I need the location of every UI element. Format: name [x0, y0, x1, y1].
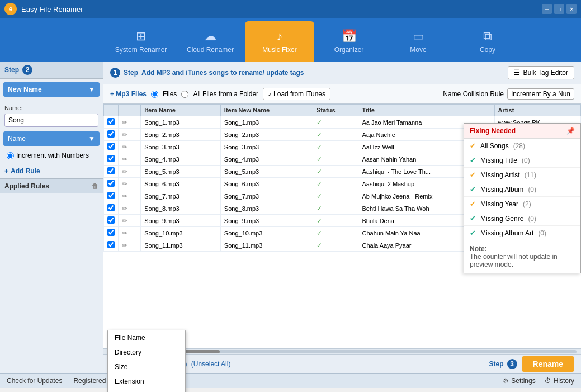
edit-icon[interactable]: ✏ — [122, 205, 127, 212]
row-checkbox[interactable] — [107, 192, 115, 199]
row-checkbox[interactable] — [107, 130, 115, 138]
tab-cloud-renamer[interactable]: ☁ Cloud Renamer — [176, 21, 245, 62]
step3-section: Step 3 Rename — [489, 356, 574, 372]
fixing-item-label: Missing Title — [480, 157, 517, 164]
fixing-item[interactable]: ✔ Missing Album (0) — [464, 182, 580, 197]
edit-icon[interactable]: ✏ — [122, 131, 127, 139]
registered-item[interactable]: Registered — [73, 377, 106, 385]
row-status: ✓ — [313, 116, 358, 129]
add-rule-label: Add Rule — [11, 167, 40, 175]
new-name-label: New Name — [8, 86, 42, 93]
col-item-name[interactable]: Item Name — [141, 105, 221, 116]
row-checkbox[interactable] — [107, 155, 115, 162]
row-edit-cell: ✏ — [119, 190, 141, 202]
fixing-item[interactable]: ✔ Missing Artist (11) — [464, 168, 580, 182]
rename-button[interactable]: Rename — [522, 356, 574, 372]
fixing-pin-icon[interactable]: 📌 — [566, 127, 575, 135]
row-checkbox[interactable] — [107, 143, 115, 150]
unselect-all-link[interactable]: (Unselect All) — [191, 360, 231, 368]
row-edit-cell: ✏ — [119, 202, 141, 215]
context-directory[interactable]: Directory — [108, 345, 185, 360]
col-title[interactable]: Title — [358, 105, 494, 116]
row-new-name: Song_6.mp3 — [220, 178, 313, 190]
tab-move[interactable]: ▭ Move — [384, 21, 453, 62]
row-edit-cell: ✏ — [119, 178, 141, 190]
tab-copy[interactable]: ⧉ Copy — [453, 21, 522, 62]
context-menu: File Name Directory Size Extension File … — [107, 330, 186, 373]
edit-icon[interactable]: ✏ — [122, 155, 127, 163]
row-item-name: Song_2.mp3 — [141, 129, 221, 141]
row-checkbox[interactable] — [107, 167, 115, 174]
fixing-item[interactable]: ✔ Missing Album Art (0) — [464, 226, 580, 240]
fixing-item-count: (0) — [528, 186, 536, 193]
fixing-item[interactable]: ✔ Missing Year (2) — [464, 197, 580, 211]
edit-icon[interactable]: ✏ — [122, 119, 127, 126]
bulk-tag-button[interactable]: ☰ Bulk Tag Editor — [508, 66, 575, 79]
fixing-item[interactable]: ✔ Missing Genre (0) — [464, 211, 580, 226]
load-itunes-button[interactable]: ♪ Load from iTunes — [263, 88, 330, 100]
minimize-button[interactable]: ─ — [542, 4, 552, 14]
fixing-check-icon: ✔ — [470, 171, 476, 179]
tab-system-renamer[interactable]: ⊞ System Renamer — [106, 21, 176, 62]
folder-label: All Files from a Folder — [193, 90, 258, 98]
files-radio[interactable] — [151, 91, 158, 98]
row-checkbox[interactable] — [107, 229, 115, 236]
row-checkbox[interactable] — [107, 118, 115, 125]
maximize-button[interactable]: □ — [554, 4, 564, 14]
increment-radio[interactable] — [7, 152, 14, 159]
status-check-icon: ✓ — [317, 242, 322, 249]
context-filename[interactable]: File Name — [108, 330, 185, 345]
window-controls: ─ □ ✕ — [542, 4, 577, 14]
row-checkbox-cell — [104, 239, 119, 252]
fixing-item[interactable]: ✔ All Songs (28) — [464, 139, 580, 153]
edit-icon[interactable]: ✏ — [122, 180, 127, 188]
context-size[interactable]: Size — [108, 360, 185, 373]
folder-radio[interactable] — [181, 91, 188, 98]
collision-input[interactable] — [507, 88, 574, 100]
row-checkbox[interactable] — [107, 241, 115, 248]
add-rule-plus: + — [4, 167, 8, 175]
row-item-name: Song_7.mp3 — [141, 190, 221, 202]
row-status: ✓ — [313, 166, 358, 178]
row-item-name: Song_3.mp3 — [141, 141, 221, 153]
history-item[interactable]: ⏱ History — [545, 377, 574, 385]
row-item-name: Song_4.mp3 — [141, 153, 221, 166]
row-status: ✓ — [313, 215, 358, 227]
note-text: The counter will not update in preview m… — [470, 253, 558, 268]
status-check-icon: ✓ — [317, 131, 322, 139]
col-artist[interactable]: Artist — [494, 105, 580, 116]
row-checkbox[interactable] — [107, 180, 115, 187]
row-checkbox[interactable] — [107, 216, 115, 224]
add-mp3-button[interactable]: + Mp3 Files — [110, 90, 147, 98]
step2-label: Step — [4, 66, 19, 74]
fixing-item-label: Missing Album — [480, 186, 523, 193]
fixing-item[interactable]: ✔ Missing Title (0) — [464, 153, 580, 168]
rule-dropdown[interactable]: Name ▼ — [3, 131, 100, 146]
name-field-label: Name: — [0, 100, 103, 114]
tab-music-fixer[interactable]: ♪ Music Fixer — [245, 21, 314, 62]
name-input[interactable] — [4, 114, 98, 127]
settings-item[interactable]: ⚙ Settings — [503, 377, 535, 385]
edit-icon[interactable]: ✏ — [122, 192, 127, 200]
edit-icon[interactable]: ✏ — [122, 217, 127, 225]
add-rule-button[interactable]: + Add Rule — [0, 164, 103, 178]
close-button[interactable]: ✕ — [566, 4, 577, 14]
files-label: Files — [163, 90, 177, 98]
move-icon: ▭ — [413, 29, 424, 44]
status-check-icon: ✓ — [317, 155, 322, 163]
col-new-name[interactable]: Item New Name — [220, 105, 313, 116]
edit-icon[interactable]: ✏ — [122, 168, 127, 176]
row-checkbox[interactable] — [107, 204, 115, 211]
fixing-panel: Fixing Needed 📌 ✔ All Songs (28) ✔ Missi… — [464, 123, 581, 273]
increment-option[interactable]: Increment with Numbers — [7, 152, 96, 159]
status-check-icon: ✓ — [317, 229, 322, 237]
edit-icon[interactable]: ✏ — [122, 143, 127, 151]
check-updates-item[interactable]: Check for Updates — [7, 377, 62, 385]
new-name-dropdown[interactable]: New Name ▼ — [3, 82, 100, 97]
tab-organizer[interactable]: 📅 Organizer — [314, 21, 384, 62]
title-bar: e Easy File Renamer ─ □ ✕ — [0, 0, 581, 18]
edit-icon[interactable]: ✏ — [122, 242, 127, 249]
trash-icon[interactable]: 🗑 — [92, 182, 98, 190]
rule-chevron: ▼ — [88, 135, 95, 143]
edit-icon[interactable]: ✏ — [122, 229, 127, 237]
